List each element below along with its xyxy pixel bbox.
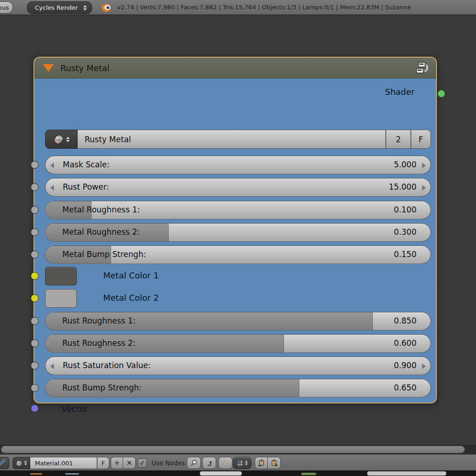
slider-rust-roughness-2[interactable]: Rust Roughness 2: 0.600 — [45, 334, 431, 353]
node-title: Rusty Metal — [60, 63, 110, 73]
lower-editor-edge — [0, 470, 476, 476]
input-socket[interactable] — [31, 228, 39, 236]
chevron-updown-icon — [66, 137, 70, 142]
decrement-arrow-icon[interactable] — [50, 364, 54, 369]
material-sphere-icon — [53, 134, 64, 145]
number-field-rust-saturation-value[interactable]: Rust Saturation Value: 0.900 — [45, 357, 431, 375]
snap-toggle-button[interactable] — [218, 457, 232, 469]
node-rusty-metal[interactable]: Rusty Metal Shader — [33, 57, 437, 403]
previous-button[interactable]: ous — [0, 1, 13, 13]
input-row-rust-bump-strength: Rust Bump Strengh: 0.650 — [45, 379, 431, 397]
input-socket[interactable] — [31, 251, 39, 258]
snap-magnet-icon — [222, 459, 229, 467]
input-row-metal-bump-strength: Metal Bump Strengh: 0.150 — [45, 245, 431, 264]
material-browse-button[interactable] — [13, 457, 30, 469]
bottom-material-datablock: Material.001 F — [13, 457, 109, 469]
number-field-rust-power[interactable]: Rust Power: 15.000 — [45, 178, 431, 197]
slider-rust-roughness-1[interactable]: Rust Roughness 1: 0.850 — [45, 312, 431, 331]
input-socket[interactable] — [31, 294, 39, 302]
paste-nodes-button[interactable] — [268, 457, 281, 469]
slider-metal-roughness-2[interactable]: Metal Roughness 2: 0.300 — [45, 223, 431, 242]
checkmark-icon: ✓ — [139, 459, 145, 467]
material-browse-button[interactable] — [45, 130, 78, 149]
pushpin-icon — [190, 459, 198, 467]
input-row-rust-power: Rust Power: 15.000 — [45, 178, 431, 197]
blender-logo-icon — [99, 2, 112, 15]
chevron-updown-icon — [245, 461, 248, 465]
bottom-header-bar: Material.001 F + ✕ ✓ Use Nodes — [0, 454, 476, 470]
output-socket-shader[interactable] — [437, 90, 445, 98]
input-socket[interactable] — [31, 362, 39, 370]
chevron-updown-icon — [24, 461, 27, 465]
slider-rust-bump-strength[interactable]: Rust Bump Strengh: 0.650 — [45, 379, 431, 397]
chevron-updown-icon — [83, 5, 87, 11]
input-socket-vector[interactable] — [31, 404, 39, 412]
pin-button[interactable] — [187, 457, 201, 469]
node-datablock-row: Rusty Metal 2 F — [45, 130, 431, 149]
node-body: Shader Rusty Meta — [34, 79, 436, 403]
input-row-rust-roughness-1: Rust Roughness 1: 0.850 — [45, 312, 431, 331]
input-row-vector: Vector — [45, 401, 431, 418]
scene-stats-text: v2.74 | Verts:7,980 | Faces:7,882 | Tris… — [117, 0, 411, 14]
render-engine-label: Cycles Render — [35, 4, 83, 11]
node-group-icon — [415, 61, 430, 77]
input-row-rust-roughness-2: Rust Roughness 2: 0.600 — [45, 334, 431, 353]
material-name-field[interactable]: Material.001 — [30, 457, 97, 469]
color-swatch-metal-color-1[interactable] — [45, 267, 77, 285]
input-row-rust-saturation-value: Rust Saturation Value: 0.900 — [45, 357, 431, 375]
input-row-metal-roughness-1: Metal Roughness 1: 0.100 — [45, 201, 431, 219]
clipboard-paste-icon — [271, 459, 278, 467]
slider-metal-bump-strength[interactable]: Metal Bump Strengh: 0.150 — [45, 245, 431, 264]
fake-user-button[interactable]: F — [411, 130, 431, 149]
input-socket[interactable] — [31, 339, 39, 347]
go-to-parent-tree-button[interactable] — [202, 457, 216, 469]
output-row-shader: Shader — [45, 85, 431, 103]
input-socket[interactable] — [31, 206, 39, 214]
copy-nodes-button[interactable] — [255, 457, 268, 469]
parent-up-arrow-icon — [206, 460, 213, 467]
color-swatch-metal-color-2[interactable] — [45, 289, 77, 308]
node-header[interactable]: Rusty Metal — [34, 58, 436, 79]
material-sphere-icon — [16, 460, 23, 467]
node-editor-canvas[interactable]: Rusty Metal Shader — [0, 16, 476, 445]
increment-arrow-icon[interactable] — [422, 185, 426, 191]
input-row-mask-scale: Mask Scale: 5.000 — [45, 156, 431, 174]
number-field-mask-scale[interactable]: Mask Scale: 5.000 — [45, 156, 431, 174]
output-label: Shader — [385, 87, 415, 97]
input-row-metal-roughness-2: Metal Roughness 2: 0.300 — [45, 223, 431, 242]
use-nodes-label: Use Nodes — [152, 457, 185, 469]
plus-icon: + — [114, 459, 120, 467]
use-nodes-checkbox[interactable]: ✓ — [138, 458, 147, 468]
increment-arrow-icon[interactable] — [422, 163, 426, 168]
unlink-material-button[interactable]: ✕ — [123, 457, 136, 469]
render-engine-select[interactable]: Cycles Render — [27, 1, 92, 14]
editor-type-button[interactable] — [0, 457, 9, 469]
increment-arrow-icon[interactable] — [422, 364, 426, 369]
fake-user-button[interactable]: F — [97, 457, 109, 469]
slider-metal-roughness-1[interactable]: Metal Roughness 1: 0.100 — [45, 201, 431, 219]
input-socket[interactable] — [31, 384, 39, 392]
blender-window: ous Cycles Render v2.74 | Verts:7,980 | … — [0, 0, 476, 476]
top-header-bar: ous Cycles Render v2.74 | Verts:7,980 | … — [0, 0, 476, 15]
snap-element-select[interactable] — [233, 457, 251, 469]
collapse-arrow-icon[interactable] — [43, 64, 54, 72]
node-editor-icon — [0, 457, 9, 469]
add-material-button[interactable]: + — [111, 457, 123, 469]
input-socket[interactable] — [31, 317, 39, 325]
input-row-metal-color-1: Metal Color 1 — [45, 267, 431, 285]
material-users-button[interactable]: 2 — [386, 130, 411, 149]
horizontal-scrollbar-thumb[interactable] — [1, 446, 465, 453]
decrement-arrow-icon[interactable] — [50, 185, 54, 191]
horizontal-scrollbar[interactable] — [0, 445, 476, 454]
clipboard-copy-icon — [258, 459, 265, 467]
input-socket[interactable] — [31, 183, 39, 191]
input-socket[interactable] — [31, 161, 39, 169]
input-socket[interactable] — [31, 272, 39, 280]
decrement-arrow-icon[interactable] — [50, 163, 54, 168]
close-icon: ✕ — [126, 459, 132, 467]
input-row-metal-color-2: Metal Color 2 — [45, 289, 431, 308]
snap-grid-icon — [237, 460, 244, 467]
material-name-field[interactable]: Rusty Metal — [78, 130, 386, 149]
